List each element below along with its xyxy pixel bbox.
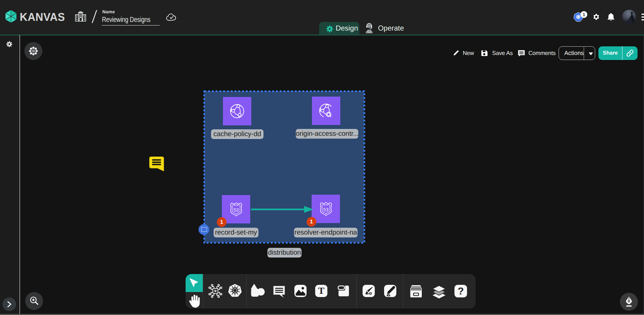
svg-text:53: 53 xyxy=(233,207,239,213)
svg-text:53: 53 xyxy=(323,207,328,212)
